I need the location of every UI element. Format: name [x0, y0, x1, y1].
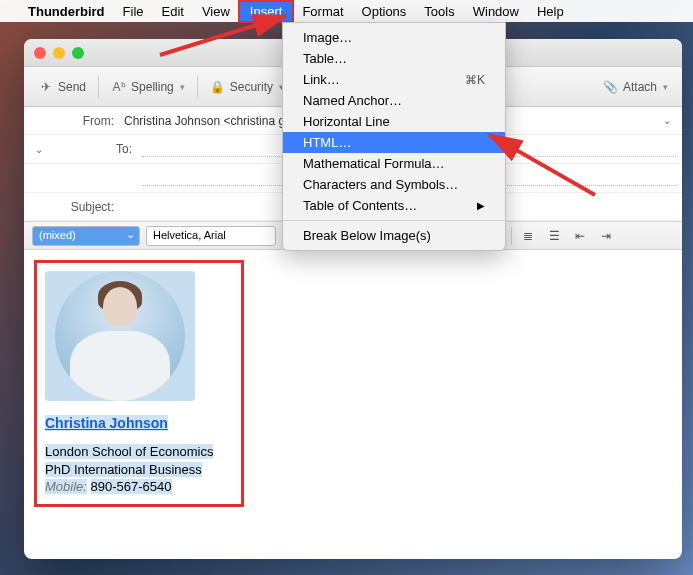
outdent-button[interactable]: ⇤: [570, 226, 590, 246]
from-dropdown-icon[interactable]: ⌄: [658, 115, 676, 126]
menu-file[interactable]: File: [123, 4, 144, 19]
separator: [511, 227, 512, 245]
app-menu[interactable]: Thunderbird: [28, 4, 105, 19]
font-family-select[interactable]: Helvetica, Arial: [146, 226, 276, 246]
signature-name: Christina Johnson: [45, 415, 168, 431]
submenu-arrow-icon: ▶: [477, 200, 485, 211]
menu-item-table[interactable]: Table…: [283, 48, 505, 69]
security-label: Security: [230, 80, 273, 94]
send-label: Send: [58, 80, 86, 94]
insert-dropdown: Image… Table… Link…⌘K Named Anchor… Hori…: [282, 22, 506, 251]
menu-item-math-formula[interactable]: Mathematical Formula…: [283, 153, 505, 174]
menu-item-break-below[interactable]: Break Below Image(s): [283, 225, 505, 246]
security-button[interactable]: 🔒 Security ▾: [204, 76, 290, 98]
signature-highlight: Christina Johnson London School of Econo…: [34, 260, 244, 507]
menu-item-image[interactable]: Image…: [283, 27, 505, 48]
message-body[interactable]: Christina Johnson London School of Econo…: [24, 250, 682, 559]
menu-item-horizontal-line[interactable]: Horizontal Line: [283, 111, 505, 132]
menu-item-toc[interactable]: Table of Contents…▶: [283, 195, 505, 216]
from-label: From:: [30, 114, 124, 128]
menu-help[interactable]: Help: [537, 4, 564, 19]
signature-avatar: [45, 271, 195, 401]
signature-org: London School of Economics: [45, 444, 213, 459]
numbered-list-button[interactable]: ☰: [544, 226, 564, 246]
lock-icon: 🔒: [210, 80, 226, 94]
send-icon: ✈: [38, 80, 54, 94]
signature-title: PhD International Business: [45, 462, 202, 477]
subject-label: Subject:: [30, 200, 124, 214]
paperclip-icon: 📎: [603, 80, 619, 94]
menu-format[interactable]: Format: [302, 4, 343, 19]
chevron-down-icon: ▾: [663, 82, 668, 92]
bullet-list-button[interactable]: ≣: [518, 226, 538, 246]
toolbar-separator: [197, 76, 198, 98]
macos-menubar: Thunderbird File Edit View Insert Format…: [0, 0, 693, 22]
menu-item-named-anchor[interactable]: Named Anchor…: [283, 90, 505, 111]
attach-button[interactable]: 📎 Attach ▾: [597, 76, 674, 98]
toolbar-separator: [98, 76, 99, 98]
menu-item-characters[interactable]: Characters and Symbols…: [283, 174, 505, 195]
minimize-button[interactable]: [53, 47, 65, 59]
menu-options[interactable]: Options: [362, 4, 407, 19]
recipient-type-dropdown[interactable]: ⌄: [30, 144, 48, 155]
to-label: To:: [48, 142, 142, 156]
chevron-down-icon: ▾: [180, 82, 185, 92]
menu-tools[interactable]: Tools: [424, 4, 454, 19]
maximize-button[interactable]: [72, 47, 84, 59]
menu-item-link[interactable]: Link…⌘K: [283, 69, 505, 90]
signature-mobile: 890-567-6540: [91, 479, 172, 494]
spelling-icon: Aᵇ: [111, 80, 127, 94]
spelling-button[interactable]: Aᵇ Spelling ▾: [105, 76, 191, 98]
send-button[interactable]: ✈ Send: [32, 76, 92, 98]
close-button[interactable]: [34, 47, 46, 59]
indent-button[interactable]: ⇥: [596, 226, 616, 246]
signature-mobile-label: Mobile:: [45, 479, 87, 494]
traffic-lights: [34, 47, 84, 59]
menu-insert[interactable]: Insert: [238, 0, 295, 23]
menu-item-html[interactable]: HTML…: [283, 132, 505, 153]
attach-label: Attach: [623, 80, 657, 94]
menu-edit[interactable]: Edit: [162, 4, 184, 19]
paragraph-style-select[interactable]: (mixed): [32, 226, 140, 246]
menu-separator: [283, 220, 505, 221]
menu-view[interactable]: View: [202, 4, 230, 19]
spelling-label: Spelling: [131, 80, 174, 94]
menu-window[interactable]: Window: [473, 4, 519, 19]
